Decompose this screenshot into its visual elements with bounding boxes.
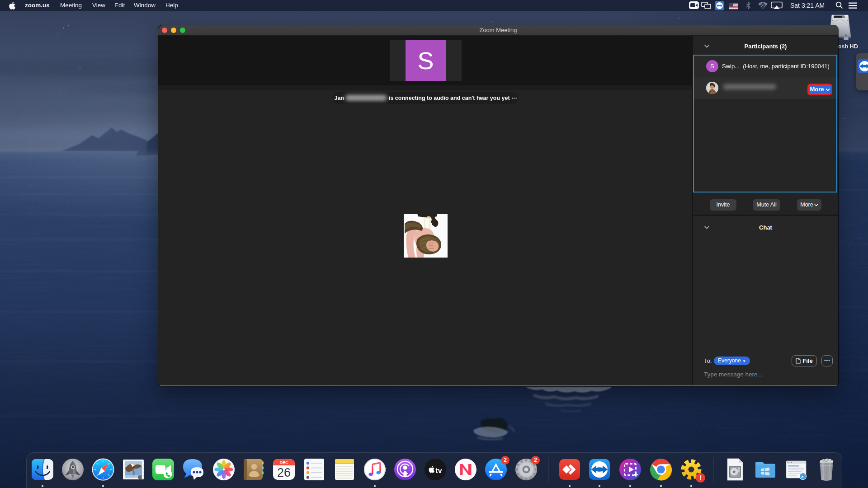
svg-text:DEC: DEC <box>279 460 288 465</box>
svg-text:26: 26 <box>277 466 291 479</box>
svg-text:tv: tv <box>436 467 442 474</box>
